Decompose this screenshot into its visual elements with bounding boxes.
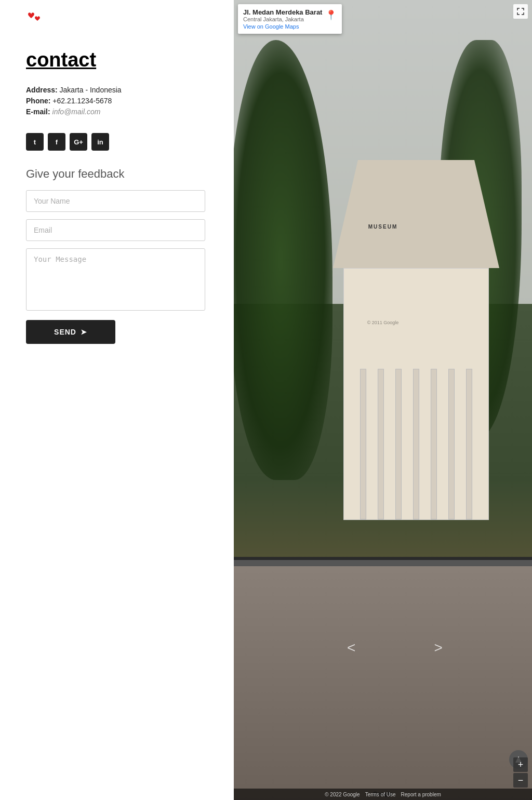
- left-panel: contact Address: Jakarta - Indonesia Pho…: [0, 0, 234, 800]
- phone-row: Phone: +62.21.1234-5678: [26, 97, 122, 105]
- map-info-text: Jl. Medan Merdeka Barat Central Jakarta,…: [243, 8, 322, 30]
- logo: [26, 10, 47, 33]
- feedback-title: Give your feedback: [26, 167, 125, 181]
- send-icon: ➤: [81, 328, 87, 336]
- page-title: contact: [26, 49, 96, 71]
- fullscreen-button[interactable]: [513, 4, 528, 19]
- name-input[interactable]: [26, 190, 205, 212]
- fence: [234, 464, 532, 560]
- street-view-copyright: © 2011 Google: [367, 320, 399, 325]
- map-bottom-bar: © 2022 Google Terms of Use Report a prob…: [234, 789, 532, 800]
- museum-label: MUSEUM: [368, 224, 397, 230]
- zoom-in-button[interactable]: +: [513, 757, 528, 772]
- phone-label: Phone:: [26, 97, 50, 105]
- send-label: SEND: [54, 328, 76, 336]
- road: [234, 560, 532, 800]
- send-button[interactable]: SEND ➤: [26, 320, 115, 344]
- map-location-title: Jl. Medan Merdeka Barat: [243, 8, 322, 16]
- map-location-subtitle: Central Jakarta, Jakarta: [243, 16, 322, 22]
- terms-of-use-link[interactable]: Terms of Use: [365, 792, 396, 797]
- feedback-form: SEND ➤: [26, 190, 205, 344]
- email-input[interactable]: [26, 219, 205, 241]
- contact-info: Address: Jakarta - Indonesia Phone: +62.…: [26, 86, 122, 118]
- email-row: E-mail: info@mail.com: [26, 108, 122, 116]
- view-on-google-maps-link[interactable]: View on Google Maps: [243, 23, 322, 30]
- zoom-controls: + −: [513, 757, 528, 789]
- address-row: Address: Jakarta - Indonesia: [26, 86, 122, 94]
- museum-roof: [333, 160, 499, 268]
- nav-left-arrow[interactable]: <: [347, 639, 355, 656]
- nav-right-arrow[interactable]: >: [434, 639, 442, 656]
- address-label: Address:: [26, 86, 58, 94]
- linkedin-button[interactable]: in: [91, 133, 109, 151]
- googleplus-button[interactable]: G+: [70, 133, 87, 151]
- report-problem-link[interactable]: Report a problem: [401, 792, 441, 797]
- map-pin-icon: 📍: [325, 9, 337, 21]
- twitter-button[interactable]: t: [26, 133, 44, 151]
- bottom-copyright: © 2022 Google: [325, 792, 360, 797]
- email-label: E-mail:: [26, 108, 50, 116]
- zoom-out-button[interactable]: −: [513, 773, 528, 788]
- message-textarea[interactable]: [26, 248, 205, 311]
- street-view-scene: MUSEUM © 2011 Google < > Google © 2022 G…: [234, 0, 532, 800]
- road-curb: [234, 560, 532, 566]
- map-info-box: Jl. Medan Merdeka Barat Central Jakarta,…: [238, 4, 342, 34]
- social-buttons: t f G+ in: [26, 133, 109, 151]
- map-panel[interactable]: Jl. Medan Merdeka Barat Central Jakarta,…: [234, 0, 532, 800]
- facebook-button[interactable]: f: [48, 133, 65, 151]
